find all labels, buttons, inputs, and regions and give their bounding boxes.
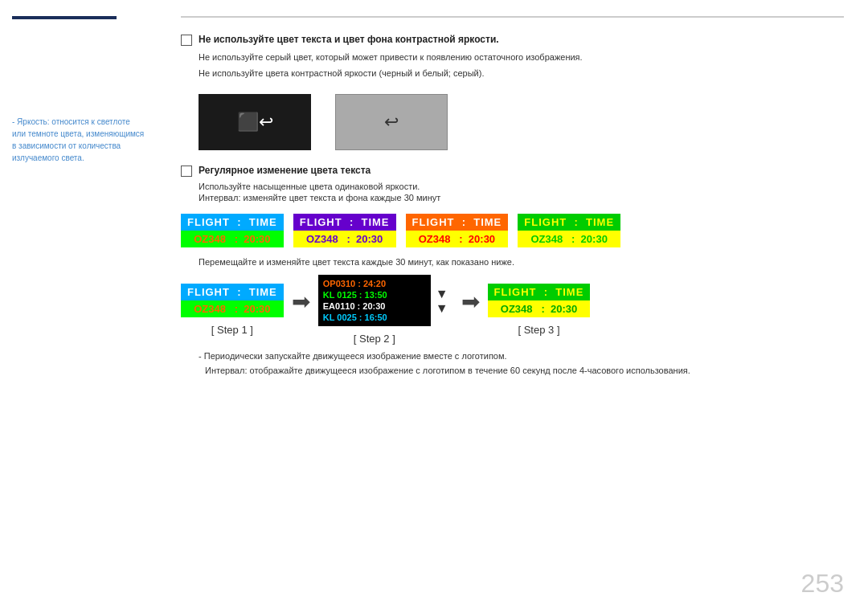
step2-row3: EA0110 : 20:30 [323,300,426,312]
checkbox-icon-1 [181,35,192,46]
sidebar: - Яркость: относится к светлоте или темн… [0,0,157,613]
flight-card-1: FLIGHT : TIME OZ348 : 20:30 [181,214,284,247]
bottom-note1: - Периодически запускайте движущееся изо… [199,351,844,361]
flight-card-2: FLIGHT : TIME OZ348 : 20:30 [293,214,396,247]
flight-card-3-top: FLIGHT : TIME [406,214,509,231]
rule2-dash2: Интервал: изменяйте цвет текста и фона к… [199,193,844,202]
step1-block: FLIGHT : TIME OZ348 : 20:30 [ Step 1 ] [181,284,284,336]
checkbox-icon-2 [181,166,192,177]
dark-image-box: ⬛↩ [199,94,311,150]
step2-row1: OP0310 : 24:20 [323,278,426,289]
step2-row2: KL 0125 : 13:50 [323,289,426,300]
bottom-note2: Интервал: отображайте движущееся изображ… [205,366,844,375]
flight-card-1-top: FLIGHT : TIME [181,214,284,231]
flight-variants: FLIGHT : TIME OZ348 : 20:30 FLIGHT : TIM… [181,214,844,247]
flight-card-3-bottom: OZ348 : 20:30 [406,231,509,247]
exit-icon-white: ⬛↩ [237,112,273,133]
rule2-dash1: Используйте насыщенные цвета одинаковой … [199,182,844,191]
flight-card-2-top: FLIGHT : TIME [293,214,396,231]
step1-flight-top: FLIGHT : TIME [181,284,284,300]
exit-icon-dark: ↩ [384,112,399,133]
top-divider [181,16,844,18]
sidebar-line [12,16,117,19]
step2-display: OP0310 : 24:20 KL 0125 : 13:50 EA0110 : … [318,275,431,326]
flight-card-4-bottom: OZ348 : 20:30 [518,231,620,247]
rule1-sub1: Не используйте серый цвет, который может… [199,51,844,64]
rule2-label: Регулярное изменение цвета текста [199,165,371,176]
step3-label: [ Step 3 ] [518,324,559,336]
flight-card-4-top: FLIGHT : TIME [518,214,620,231]
flight-card-2-bottom: OZ348 : 20:30 [293,231,396,247]
step1-label: [ Step 1 ] [211,324,253,336]
step3-flight-top: FLIGHT : TIME [488,284,591,300]
flight-card-4: FLIGHT : TIME OZ348 : 20:30 [518,214,620,247]
step3-block: FLIGHT : TIME OZ348 : 20:30 [ Step 3 ] [488,284,591,336]
move-note: Перемещайте и изменяйте цвет текста кажд… [199,257,844,267]
image-examples: ⬛↩ ↩ [199,94,844,150]
page-number: 253 [801,569,844,599]
step2-row4: KL 0025 : 16:50 [323,312,426,323]
step3-flight-bottom: OZ348 : 20:30 [488,300,591,317]
gray-image-box: ↩ [335,94,448,150]
step2-block: OP0310 : 24:20 KL 0125 : 13:50 EA0110 : … [318,275,431,345]
rule2-item: Регулярное изменение цвета текста [181,165,844,177]
step1-flight-card: FLIGHT : TIME OZ348 : 20:30 [181,284,284,317]
steps-section: FLIGHT : TIME OZ348 : 20:30 [ Step 1 ] ➡… [181,275,844,345]
rule1-sub2: Не используйте цвета контрастной яркости… [199,67,844,80]
main-content: Не используйте цвет текста и цвет фона к… [157,0,868,613]
flight-card-3: FLIGHT : TIME OZ348 : 20:30 [406,214,509,247]
step2-label: [ Step 2 ] [354,333,395,345]
arrow-right-1: ➡ [292,288,310,331]
rule1-label: Не используйте цвет текста и цвет фона к… [199,34,499,45]
double-arrow: ▼ ▼ [436,287,448,333]
flight-card-1-bottom: OZ348 : 20:30 [181,231,284,247]
rule1-item: Не используйте цвет текста и цвет фона к… [181,34,844,46]
step1-flight-bottom: OZ348 : 20:30 [181,300,284,317]
arrow-right-2: ➡ [461,288,480,331]
arrow-down-1: ▼ [436,287,448,301]
step3-flight-card: FLIGHT : TIME OZ348 : 20:30 [488,284,591,317]
arrow-down-2: ▼ [436,301,448,316]
sidebar-note: - Яркость: относится к светлоте или темн… [12,116,145,164]
